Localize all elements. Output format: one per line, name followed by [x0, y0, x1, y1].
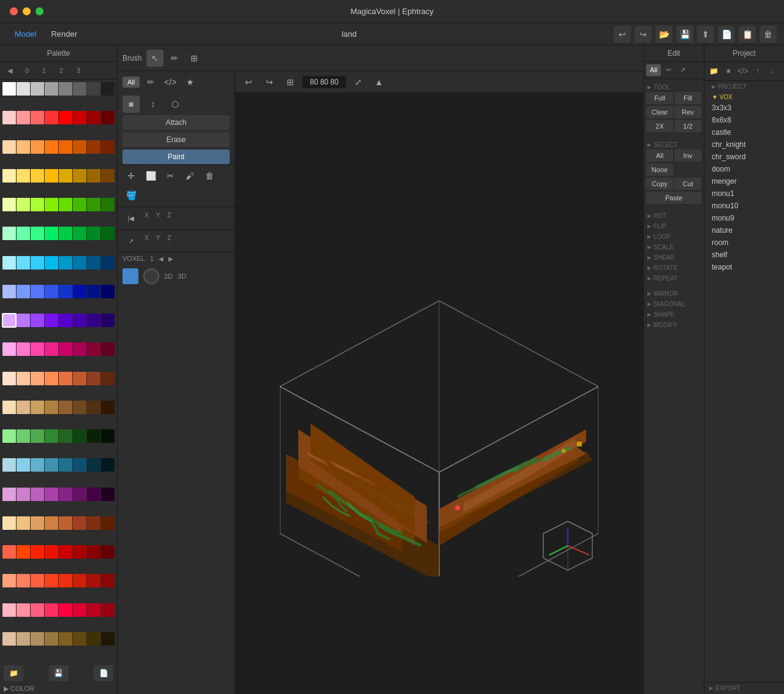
- color-cell-135[interactable]: [101, 545, 115, 559]
- color-cell-68[interactable]: [59, 314, 72, 327]
- attach-button[interactable]: Attach: [123, 115, 230, 130]
- color-cell-24[interactable]: [2, 169, 16, 183]
- color-cell-125[interactable]: [73, 516, 86, 530]
- color-cell-111[interactable]: [101, 458, 115, 472]
- color-cell-137[interactable]: [17, 574, 30, 587]
- color-cell-158[interactable]: [87, 632, 100, 646]
- color-cell-59[interactable]: [45, 285, 58, 298]
- color-cell-95[interactable]: [101, 401, 115, 414]
- mode-3d-label[interactable]: 3D: [178, 273, 186, 280]
- maximize-button[interactable]: [36, 7, 43, 15]
- color-cell-145[interactable]: [17, 603, 30, 617]
- color-cell-49[interactable]: [17, 256, 30, 270]
- color-cell-90[interactable]: [31, 401, 44, 414]
- project-tab-star[interactable]: ★: [722, 64, 735, 78]
- color-cell-3[interactable]: [45, 82, 58, 96]
- color-cell-51[interactable]: [45, 256, 58, 270]
- project-item-monu9[interactable]: monu9: [707, 212, 782, 224]
- vox-group-label[interactable]: ▼ VOX: [707, 91, 782, 102]
- color-cell-58[interactable]: [31, 285, 44, 298]
- color-cell-117[interactable]: [73, 488, 86, 501]
- brush-fill-icon[interactable]: ⊞: [186, 50, 203, 67]
- color-cell-139[interactable]: [45, 574, 58, 587]
- color-cell-102[interactable]: [87, 429, 100, 443]
- color-cell-108[interactable]: [59, 458, 72, 472]
- color-cell-110[interactable]: [87, 458, 100, 472]
- color-cell-103[interactable]: [101, 429, 115, 443]
- color-cell-134[interactable]: [87, 545, 100, 559]
- color-cell-62[interactable]: [87, 285, 100, 298]
- select-rect-icon[interactable]: ⬜: [142, 167, 159, 184]
- color-cell-81[interactable]: [17, 372, 30, 385]
- color-cell-48[interactable]: [2, 256, 16, 270]
- clear-button[interactable]: Clear: [646, 106, 673, 118]
- color-cell-33[interactable]: [17, 198, 30, 211]
- project-item-monu1[interactable]: monu1: [707, 187, 782, 200]
- color-cell-98[interactable]: [31, 429, 44, 443]
- color-cell-154[interactable]: [31, 632, 44, 646]
- modify-section[interactable]: MODIFY: [646, 320, 701, 330]
- palette-tab-0[interactable]: 0: [21, 64, 33, 77]
- color-cell-72[interactable]: [2, 342, 16, 356]
- voxel-shape-sphere[interactable]: [143, 268, 159, 284]
- color-cell-57[interactable]: [17, 285, 30, 298]
- full-button[interactable]: Full: [646, 92, 673, 104]
- color-cell-82[interactable]: [31, 372, 44, 385]
- color-cell-140[interactable]: [59, 574, 72, 587]
- color-cell-20[interactable]: [59, 140, 72, 154]
- color-cell-116[interactable]: [59, 488, 72, 501]
- color-cell-7[interactable]: [101, 82, 115, 96]
- vp-redo-icon[interactable]: ↪: [261, 74, 278, 91]
- 2x-button[interactable]: 2X: [646, 120, 673, 132]
- color-cell-10[interactable]: [31, 111, 44, 124]
- color-cell-43[interactable]: [45, 227, 58, 240]
- vp-undo-icon[interactable]: ↩: [240, 74, 257, 91]
- color-cell-25[interactable]: [17, 169, 30, 183]
- color-cell-75[interactable]: [45, 342, 58, 356]
- color-cell-128[interactable]: [2, 545, 16, 559]
- project-item-menger[interactable]: menger: [707, 175, 782, 187]
- project-item-castle[interactable]: castle: [707, 126, 782, 138]
- color-cell-14[interactable]: [87, 111, 100, 124]
- project-tab-down[interactable]: ↓: [766, 64, 779, 78]
- color-cell-127[interactable]: [101, 516, 115, 530]
- mode-2d-label[interactable]: 2D: [164, 273, 173, 280]
- color-cell-79[interactable]: [101, 342, 115, 356]
- project-item-nature[interactable]: nature: [707, 224, 782, 236]
- color-cell-99[interactable]: [45, 429, 58, 443]
- minimize-button[interactable]: [23, 7, 31, 15]
- color-cell-44[interactable]: [59, 227, 72, 240]
- vp-up-icon[interactable]: ▲: [371, 74, 388, 91]
- color-cell-146[interactable]: [31, 603, 44, 617]
- brush-code-icon[interactable]: </>: [162, 74, 179, 91]
- flip-section[interactable]: FLIP: [646, 221, 701, 232]
- color-cell-17[interactable]: [17, 140, 30, 154]
- project-item-3x3x3[interactable]: 3x3x3: [707, 102, 782, 114]
- save-button[interactable]: 💾: [676, 26, 693, 43]
- color-cell-65[interactable]: [17, 314, 30, 327]
- color-cell-138[interactable]: [31, 574, 44, 587]
- voxel-next[interactable]: ▶: [168, 255, 173, 262]
- color-cell-74[interactable]: [31, 342, 44, 356]
- edit-tab-arrow[interactable]: ↗: [676, 64, 689, 76]
- color-cell-114[interactable]: [31, 488, 44, 501]
- color-cell-104[interactable]: [2, 458, 16, 472]
- color-cell-23[interactable]: [101, 140, 115, 154]
- color-cell-156[interactable]: [59, 632, 72, 646]
- viewport-canvas[interactable]: [235, 93, 643, 694]
- cursor-icon[interactable]: ↖: [146, 50, 164, 67]
- color-cell-149[interactable]: [73, 603, 86, 617]
- edit-tab-all[interactable]: All: [646, 64, 661, 76]
- color-cell-124[interactable]: [59, 516, 72, 530]
- color-cell-47[interactable]: [101, 227, 115, 240]
- color-cell-29[interactable]: [73, 169, 86, 183]
- half-button[interactable]: 1/2: [674, 120, 701, 132]
- color-cell-15[interactable]: [101, 111, 115, 124]
- paint-brush-icon[interactable]: 🖌: [181, 167, 198, 184]
- color-cell-147[interactable]: [45, 603, 58, 617]
- color-cell-112[interactable]: [2, 488, 16, 501]
- color-cell-150[interactable]: [87, 603, 100, 617]
- select-all-button[interactable]: All: [646, 149, 673, 162]
- project-item-8x8x8[interactable]: 8x8x8: [707, 114, 782, 126]
- color-cell-121[interactable]: [17, 516, 30, 530]
